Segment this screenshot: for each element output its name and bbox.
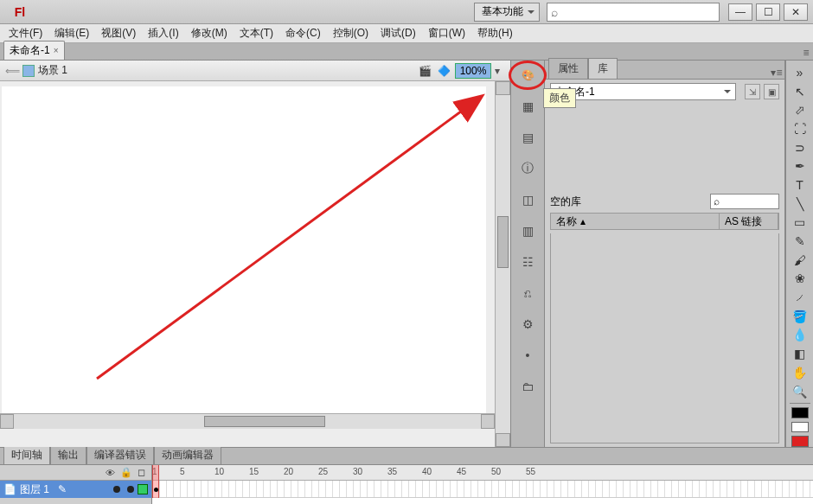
help-search-input[interactable]: ⌕ (547, 3, 720, 22)
history-panel-icon[interactable]: ⎌ (517, 284, 538, 303)
components-panel-icon[interactable]: ▥ (517, 221, 538, 240)
menu-control[interactable]: 控制(O) (333, 26, 368, 41)
frames-area[interactable]: 1510152025303540455055 (152, 465, 813, 504)
tab-library[interactable]: 库 (588, 58, 618, 79)
ruler-tick: 55 (526, 467, 535, 476)
menu-edit[interactable]: 编辑(E) (54, 26, 89, 41)
rectangle-tool[interactable]: ▭ (790, 214, 810, 232)
menu-help[interactable]: 帮助(H) (477, 26, 513, 41)
tabs-menu-icon[interactable]: ≡ (799, 46, 813, 60)
eyedropper-tool[interactable]: 💧 (790, 327, 810, 344)
pencil-tool[interactable]: ✎ (790, 233, 810, 250)
edit-symbol-icon[interactable]: 🔷 (436, 63, 451, 79)
back-icon[interactable]: ⟸ (5, 64, 19, 78)
tab-compiler-errors[interactable]: 编译器错误 (86, 445, 154, 464)
scroll-up-button[interactable] (496, 81, 510, 95)
library-list-header: 名称▴ AS 链接 (550, 213, 779, 230)
library-doc-select[interactable]: 未命名-1 (550, 83, 736, 100)
color-panel-icon[interactable]: 🎨 颜色 (517, 66, 538, 85)
column-name[interactable]: 名称▴ (551, 214, 720, 229)
document-tab-label: 未命名-1 (10, 43, 50, 58)
swatches-panel-icon[interactable]: ▦ (517, 97, 538, 116)
expand-icon[interactable]: » (790, 64, 810, 81)
menu-file[interactable]: 文件(F) (9, 26, 42, 41)
behaviors-panel-icon[interactable]: ☷ (517, 252, 538, 271)
zoom-field[interactable]: 100% (455, 63, 491, 79)
new-library-icon[interactable]: ▣ (764, 84, 779, 99)
visibility-icon[interactable]: 👁 (105, 468, 115, 478)
swap-colors[interactable] (791, 436, 809, 447)
deco-tool[interactable]: ❀ (790, 271, 810, 288)
ruler-tick: 15 (249, 467, 259, 476)
free-transform-tool[interactable]: ⛶ (790, 120, 810, 137)
keyframe[interactable] (153, 482, 158, 496)
info-panel-icon[interactable]: ⓘ (517, 159, 538, 178)
tab-output[interactable]: 输出 (50, 445, 86, 464)
frame-row[interactable] (152, 481, 813, 498)
text-tool[interactable]: T (790, 176, 810, 194)
panel-menu-icon[interactable]: ▾≡ (769, 67, 784, 79)
scene-panel-icon[interactable]: ⚙ (517, 315, 538, 334)
edit-scene-icon[interactable]: 🎬 (417, 63, 432, 79)
pencil-icon: ✎ (58, 483, 67, 495)
brush-tool[interactable]: 🖌 (790, 252, 810, 269)
pen-tool[interactable]: ✒ (790, 157, 810, 175)
document-tab[interactable]: 未命名-1 × (3, 41, 65, 60)
vertical-scrollbar[interactable] (495, 81, 510, 447)
bone-tool[interactable]: ⟋ (790, 289, 810, 306)
workspace-selector[interactable]: 基本功能 (474, 3, 540, 22)
horizontal-scrollbar[interactable] (0, 413, 495, 429)
close-button[interactable]: ✕ (784, 3, 808, 21)
menu-commands[interactable]: 命令(C) (285, 26, 321, 41)
fill-color-swatch[interactable] (791, 422, 809, 433)
menu-debug[interactable]: 调试(D) (381, 26, 416, 41)
library-search-input[interactable]: ⌕ (710, 194, 779, 209)
scroll-left-button[interactable] (0, 414, 14, 429)
lock-icon[interactable]: 🔒 (120, 467, 131, 478)
stroke-color-swatch[interactable] (791, 407, 809, 418)
line-tool[interactable]: ╲ (790, 195, 810, 213)
stage-canvas[interactable] (2, 86, 486, 413)
paint-bucket-tool[interactable]: 🪣 (790, 308, 810, 325)
project-panel-icon[interactable]: 🗀 (517, 377, 538, 396)
sort-icon: ▴ (580, 215, 586, 227)
lasso-tool[interactable]: ⊃ (790, 139, 810, 156)
layer-row[interactable]: 📄 图层 1 ✎ (0, 481, 151, 498)
eraser-tool[interactable]: ◧ (790, 345, 810, 362)
menubar: 文件(F) 编辑(E) 视图(V) 插入(I) 修改(M) 文本(T) 命令(C… (0, 24, 813, 43)
selection-tool[interactable]: ↖ (790, 83, 810, 100)
zoom-tool[interactable]: 🔍 (790, 383, 810, 400)
subselection-tool[interactable]: ⬀ (790, 101, 810, 118)
svg-line-0 (97, 97, 481, 379)
close-icon[interactable]: × (54, 46, 59, 55)
menu-modify[interactable]: 修改(M) (191, 26, 227, 41)
transform-panel-icon[interactable]: ◫ (517, 190, 538, 209)
menu-text[interactable]: 文本(T) (240, 26, 273, 41)
layers-panel: 👁 🔒 ◻ 📄 图层 1 ✎ (0, 465, 152, 504)
layer-outline-swatch[interactable] (138, 484, 148, 494)
align-panel-icon[interactable]: ▤ (517, 128, 538, 147)
strings-panel-icon[interactable]: • (517, 346, 538, 365)
tab-properties[interactable]: 属性 (548, 58, 588, 79)
scroll-down-button[interactable] (496, 433, 510, 447)
layer-icon: 📄 (3, 483, 16, 495)
column-linkage[interactable]: AS 链接 (720, 214, 778, 229)
tab-timeline[interactable]: 时间轴 (3, 445, 50, 464)
frame-ruler[interactable]: 1510152025303540455055 (152, 465, 813, 481)
menu-view[interactable]: 视图(V) (101, 26, 136, 41)
separator (790, 403, 810, 404)
outline-icon[interactable]: ◻ (136, 467, 146, 478)
scroll-right-button[interactable] (481, 414, 495, 429)
menu-window[interactable]: 窗口(W) (428, 26, 465, 41)
library-body: 未命名-1 ⇲ ▣ 空的库 ⌕ 名称▴ AS 链接 (545, 80, 784, 447)
scroll-v-thumb[interactable] (497, 216, 509, 268)
hand-tool[interactable]: ✋ (790, 364, 810, 381)
menu-insert[interactable]: 插入(I) (148, 26, 178, 41)
scroll-h-thumb[interactable] (204, 416, 325, 427)
library-list[interactable] (550, 233, 779, 443)
minimize-button[interactable]: — (728, 3, 752, 21)
zoom-dropdown-icon[interactable]: ▾ (495, 65, 505, 77)
tab-motion-editor[interactable]: 动画编辑器 (154, 445, 221, 464)
maximize-button[interactable]: ☐ (756, 3, 780, 21)
pin-library-icon[interactable]: ⇲ (745, 84, 760, 99)
